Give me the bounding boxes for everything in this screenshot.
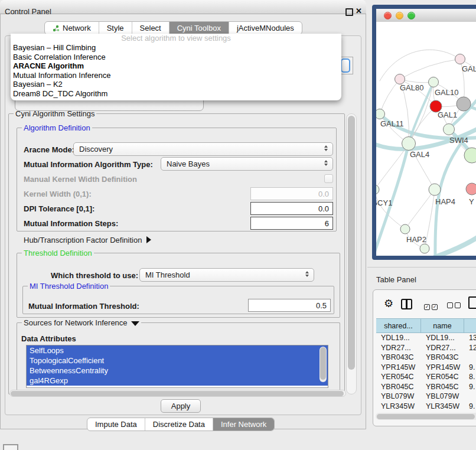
table-cell: 13	[464, 334, 476, 342]
document-icon[interactable]	[468, 296, 476, 309]
network-node-gcy1[interactable]	[372, 185, 379, 194]
table-row[interactable]: YER054CYER054C8.	[376, 372, 476, 382]
algorithm-option[interactable]: Basic Correlation Inference	[11, 53, 341, 62]
table-horizontal-scrollbar-track[interactable]	[376, 413, 476, 420]
bottom-tab-label: Impute Data	[95, 420, 137, 429]
network-canvas[interactable]: GALGAL80GAL10GAL1GAL11SWI4GAL4GCY1HAP4YH…	[376, 22, 476, 256]
control-panel-tabs: NetworkStyleSelectCyni ToolboxjActiveMNo…	[44, 21, 302, 35]
checked-pair-icon[interactable]: ✓✓	[424, 300, 439, 311]
close-traffic-light[interactable]	[384, 12, 392, 19]
hub-definition-toggle[interactable]: Hub/Transcription Factor Definition	[24, 236, 151, 244]
network-node-hap2[interactable]	[400, 224, 410, 234]
tab-select[interactable]: Select	[132, 22, 169, 34]
node-table: shared...nameA YDL19...YDL19...13YDR27..…	[376, 318, 476, 418]
table-cell: YLR345W	[376, 402, 421, 410]
table-cell: YBR043C	[421, 353, 464, 361]
tab-network[interactable]: Network	[45, 22, 99, 34]
float-window-icon[interactable]	[345, 8, 353, 16]
data-attributes-list[interactable]: SelfLoopsTopologicalCoefficientBetweenne…	[26, 345, 328, 388]
network-node-hap4[interactable]	[429, 184, 441, 195]
sources-title-row[interactable]: Sources for Network Inference	[22, 318, 141, 327]
focused-combo-button[interactable]	[341, 58, 350, 73]
tab-style[interactable]: Style	[99, 22, 132, 34]
algorithm-option[interactable]: Bayesian – K2	[11, 80, 341, 89]
network-node-label: HAP2	[406, 235, 426, 244]
table-cell: YBR043C	[376, 353, 421, 361]
tab-label: Cyni Toolbox	[177, 24, 221, 32]
table-row[interactable]: YBR043CYBR043C	[376, 353, 476, 363]
table-panel-title: Table Panel	[376, 275, 416, 284]
minimize-traffic-light[interactable]	[396, 12, 403, 19]
algorithm-option[interactable]: Mutual Information Inference	[11, 71, 341, 80]
unchecked-pair-icon[interactable]	[447, 300, 462, 311]
list-scrollbar-track[interactable]	[319, 347, 327, 382]
network-node[interactable]	[457, 97, 471, 111]
data-attribute-item[interactable]: SelfLoops	[27, 345, 328, 356]
table-row[interactable]: YDR27...YDR27...12	[376, 343, 476, 353]
mi-threshold-field[interactable]: 0.5	[248, 299, 331, 312]
manual-kernel-width-label: Manual Kernel Width Definition	[24, 175, 137, 184]
algorithm-option[interactable]: ARACNE Algorithm	[11, 61, 341, 71]
network-node[interactable]	[420, 244, 429, 253]
table-row[interactable]: YLR345WYLR345W9.	[376, 402, 476, 412]
close-icon[interactable]: ✕	[356, 6, 362, 15]
table-row[interactable]: YBL079WYBL079W	[376, 392, 476, 402]
network-node-swi4[interactable]	[444, 124, 455, 135]
mi-steps-field[interactable]: 6	[250, 217, 333, 230]
tab-jactivemnodules[interactable]: jActiveMNodules	[229, 22, 302, 34]
table-row[interactable]: YBR045CYBR045C9.	[376, 382, 476, 392]
network-node-gal10[interactable]	[429, 77, 439, 87]
column-header-a[interactable]: A	[464, 319, 476, 332]
panel-divider	[367, 267, 476, 268]
settings-horizontal-scrollbar-thumb[interactable]	[11, 391, 344, 396]
network-node-y[interactable]	[466, 183, 476, 195]
split-columns-icon[interactable]	[401, 299, 412, 309]
network-node-gal11[interactable]	[375, 109, 385, 119]
network-node-gal[interactable]	[455, 54, 465, 64]
gear-icon[interactable]: ⚙	[384, 297, 393, 310]
table-row[interactable]: YPR145WYPR145W9.	[376, 363, 476, 373]
data-attribute-item[interactable]: BetweennessCentrality	[27, 366, 328, 376]
column-header-name[interactable]: name	[421, 319, 464, 332]
mi-algorithm-type-select[interactable]: Naive Bayes	[161, 157, 333, 171]
table-horizontal-scrollbar-thumb[interactable]	[377, 414, 475, 419]
network-view-window: GALGAL80GAL10GAL1GAL11SWI4GAL4GCY1HAP4YH…	[372, 5, 476, 260]
dpi-tolerance-field[interactable]: 0.0	[250, 202, 333, 215]
collapse-down-icon[interactable]	[131, 321, 139, 326]
network-window-titlebar[interactable]	[376, 9, 476, 22]
network-node[interactable]	[464, 148, 476, 163]
data-attribute-item[interactable]: gal4RGexp	[27, 376, 328, 386]
table-cell: YBL079W	[376, 392, 421, 400]
data-attribute-item[interactable]: TopologicalCoefficient	[27, 356, 328, 366]
table-cell: YER054C	[421, 373, 464, 381]
which-threshold-select[interactable]: MI Threshold	[139, 268, 314, 282]
expand-right-icon[interactable]	[146, 236, 151, 243]
network-node-gal4[interactable]	[402, 137, 416, 151]
mi-algorithm-type-value: Naive Bayes	[167, 159, 210, 168]
control-panel-titlebar[interactable]	[0, 0, 366, 14]
kernel-width-field[interactable]: 0.0	[250, 187, 333, 200]
network-node-gal80[interactable]	[395, 74, 405, 84]
network-edge	[400, 59, 460, 79]
list-scrollbar-thumb[interactable]	[320, 347, 326, 380]
algorithm-option[interactable]: Dream8 DC_TDC Algorithm	[11, 89, 341, 99]
manual-kernel-width-checkbox[interactable]	[324, 174, 333, 183]
column-header-shared[interactable]: shared...	[376, 319, 421, 332]
dpi-tolerance-label: DPI Tolerance [0,1]:	[24, 204, 94, 213]
network-node-label: HAP4	[435, 197, 455, 206]
bottom-tab-impute-data[interactable]: Impute Data	[87, 418, 145, 431]
table-cell: YPR145W	[421, 363, 464, 371]
aracne-mode-select[interactable]: Discovery	[73, 142, 333, 156]
tab-cyni-toolbox[interactable]: Cyni Toolbox	[169, 22, 229, 34]
zoom-traffic-light[interactable]	[407, 12, 415, 19]
network-tab-icon	[53, 25, 60, 32]
stepper-arrows-icon	[324, 145, 328, 151]
table-row[interactable]: YDL19...YDL19...13	[376, 333, 476, 343]
algorithm-option[interactable]: Bayesian – Hill Climbing	[11, 43, 341, 53]
apply-button[interactable]: Apply	[161, 399, 201, 413]
network-edge	[380, 79, 400, 114]
bottom-tab-infer-network[interactable]: Infer Network	[213, 418, 274, 431]
minimized-panel-icon[interactable]	[3, 444, 18, 450]
bottom-tab-discretize-data[interactable]: Discretize Data	[145, 418, 213, 431]
settings-vertical-scrollbar-thumb[interactable]	[348, 116, 355, 370]
